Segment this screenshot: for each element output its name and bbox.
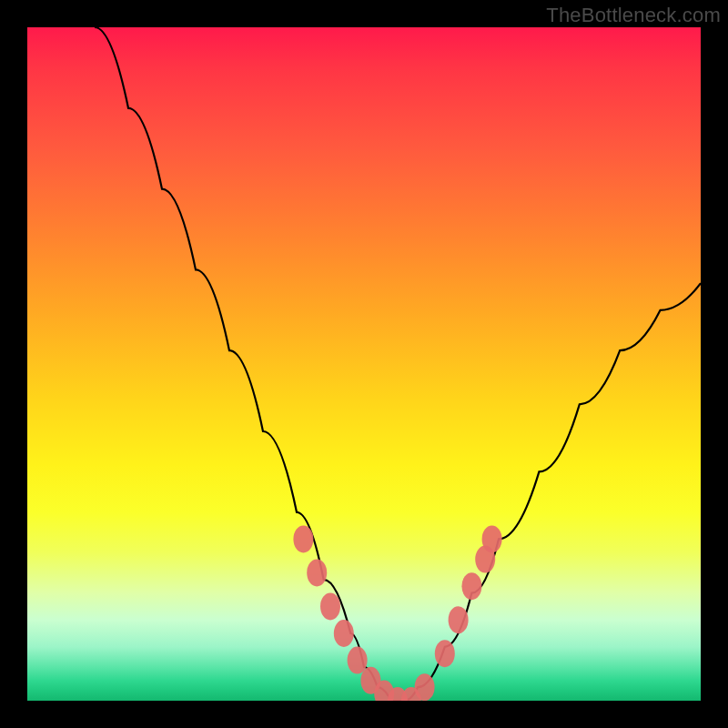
plot-area bbox=[27, 27, 701, 701]
data-marker bbox=[334, 620, 354, 647]
data-marker bbox=[307, 559, 327, 586]
data-marker bbox=[293, 525, 313, 552]
chart-svg bbox=[27, 27, 701, 701]
data-marker bbox=[482, 525, 502, 552]
data-marker bbox=[320, 592, 340, 620]
data-markers bbox=[293, 525, 501, 701]
data-marker bbox=[415, 673, 435, 701]
data-marker bbox=[435, 640, 455, 667]
data-marker bbox=[461, 572, 481, 600]
bottleneck-curve bbox=[95, 27, 701, 701]
data-marker bbox=[348, 647, 368, 674]
data-marker bbox=[449, 606, 469, 633]
watermark-text: TheBottleneck.com bbox=[546, 4, 721, 27]
